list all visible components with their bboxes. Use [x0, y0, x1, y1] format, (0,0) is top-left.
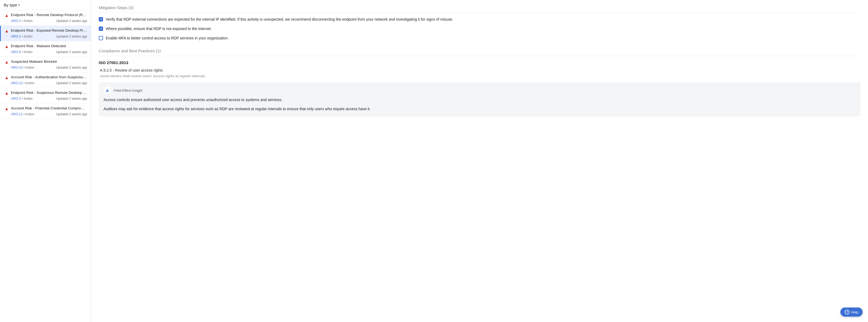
mitigation-checkbox[interactable]	[99, 17, 103, 22]
item-title: Account Risk - Potential Credential Comp…	[11, 106, 87, 110]
list-item[interactable]: ▲ Account Risk - Authentication from Sus…	[0, 72, 91, 88]
item-title: Endpoint Risk - Malware Detected	[11, 44, 87, 48]
mitigation-item: Enable MFA to better control access to R…	[99, 35, 861, 41]
filter-bar[interactable]: By type ▾	[0, 0, 91, 10]
item-meta: ARO-1 • Action Updated 2 weeks ago	[5, 35, 87, 38]
compliance-header: Compliance and Best Practices (1)	[99, 49, 861, 56]
mitigation-text: Verify that RDP external connections are…	[106, 17, 453, 22]
list-item[interactable]: ▲ Endpoint Risk - Suspicious Remote Desk…	[0, 88, 91, 103]
warning-icon: ▲	[5, 13, 9, 18]
item-updated: Updated 2 weeks ago	[56, 19, 87, 23]
warning-icon: ▲	[5, 91, 9, 96]
insight-paragraphs: Access controls ensure authorized user a…	[103, 97, 856, 112]
mitigation-text: Where possible, ensure that RDP is not e…	[106, 26, 212, 32]
list-item[interactable]: ▲ Endpoint Risk - Malware Detected ARO-8…	[0, 41, 91, 57]
insight-box: Field Effect Insight Access controls ens…	[99, 82, 861, 116]
item-title: Endpoint Risk - Exposed Remote Desktop P…	[11, 28, 87, 32]
item-tag: ARO-8 • Action	[11, 50, 32, 54]
mitigation-text: Enable MFA to better control access to R…	[106, 35, 228, 41]
item-tag: ARO-12 • Action	[11, 81, 34, 85]
item-tag-link: ARO-3	[11, 97, 21, 101]
item-title: Account Risk - Authentication from Suspi…	[11, 75, 87, 79]
mitigation-header: Mitigation Steps (3)	[99, 5, 861, 13]
warning-icon: ▲	[5, 75, 9, 80]
item-updated: Updated 2 weeks ago	[56, 35, 87, 38]
warning-icon: ▲	[5, 60, 9, 65]
insight-paragraph: Access controls ensure authorized user a…	[103, 97, 856, 103]
mitigation-checkbox[interactable]	[99, 36, 103, 40]
list-item[interactable]: ▲ Endpoint Risk - Exposed Remote Desktop…	[0, 26, 91, 41]
item-updated: Updated 2 weeks ago	[56, 50, 87, 54]
item-meta: ARO-14 • Action Updated 2 weeks ago	[5, 66, 87, 69]
item-title: Endpoint Risk - Remote Desktop Protocol …	[11, 13, 87, 17]
iso-title: ISO 27001:2013	[99, 60, 861, 65]
chevron-down-icon: ▾	[18, 3, 20, 7]
warning-icon: ▲	[5, 44, 9, 49]
item-tag-link: ARO-2	[11, 19, 21, 23]
help-label: Help	[851, 310, 858, 314]
item-tag: ARO-14 • Action	[11, 66, 34, 69]
item-title-row: ▲ Endpoint Risk - Malware Detected	[5, 44, 87, 49]
iso-description: Asset owners shall review users' access …	[99, 74, 861, 78]
item-title: Endpoint Risk - Suspicious Remote Deskto…	[11, 91, 87, 95]
mitigation-item: Verify that RDP external connections are…	[99, 17, 861, 22]
insight-label: Field Effect Insight	[114, 89, 143, 93]
insight-paragraph: Auditors may ask for evidence that acces…	[103, 106, 856, 112]
help-button[interactable]: ? Help	[840, 308, 863, 317]
item-updated: Updated 2 weeks ago	[56, 81, 87, 85]
item-tag-link: ARO-14	[11, 66, 23, 69]
item-updated: Updated 2 weeks ago	[56, 97, 87, 101]
filter-label: By type	[4, 3, 17, 7]
mitigation-item: Where possible, ensure that RDP is not e…	[99, 26, 861, 32]
insight-header: Field Effect Insight	[103, 87, 856, 94]
warning-icon: ▲	[5, 29, 9, 34]
item-title-row: ▲ Endpoint Risk - Suspicious Remote Desk…	[5, 91, 87, 96]
field-effect-logo	[103, 87, 111, 94]
item-meta: ARO-3 • Action Updated 2 weeks ago	[5, 97, 87, 101]
iso-rule: A.9.2.5 - Review of user access rights	[99, 68, 861, 72]
help-circle-icon: ?	[845, 310, 849, 315]
item-meta: ARO-8 • Action Updated 2 weeks ago	[5, 50, 87, 54]
left-panel: By type ▾ ▲ Endpoint Risk - Remote Deskt…	[0, 0, 91, 322]
item-meta: ARO-12 • Action Updated 2 weeks ago	[5, 81, 87, 85]
item-tag-link: ARO-1	[11, 35, 21, 38]
item-tag-link: ARO-11	[11, 112, 23, 116]
item-tag: ARO-1 • Action	[11, 35, 32, 38]
item-title-row: ▲ Suspected Malware Blocked	[5, 60, 87, 65]
item-tag-link: ARO-12	[11, 81, 23, 85]
item-tag-link: ARO-8	[11, 50, 21, 54]
right-panel: Mitigation Steps (3) Verify that RDP ext…	[91, 0, 868, 322]
item-tag: ARO-2 • Action	[11, 19, 32, 23]
list-item[interactable]: ▲ Account Risk - Potential Credential Co…	[0, 103, 91, 119]
item-title-row: ▲ Endpoint Risk - Exposed Remote Desktop…	[5, 28, 87, 34]
item-tag: ARO-3 • Action	[11, 97, 32, 101]
item-updated: Updated 2 weeks ago	[56, 66, 87, 69]
warning-icon: ▲	[5, 106, 9, 111]
item-tag: ARO-11 • Action	[11, 112, 34, 116]
item-meta: ARO-2 • Action Updated 2 weeks ago	[5, 19, 87, 23]
mitigation-checkbox[interactable]	[99, 27, 103, 31]
list-item[interactable]: ▲ Endpoint Risk - Remote Desktop Protoco…	[0, 10, 91, 26]
list-container: ▲ Endpoint Risk - Remote Desktop Protoco…	[0, 10, 91, 322]
item-updated: Updated 2 weeks ago	[56, 112, 87, 116]
list-item[interactable]: ▲ Suspected Malware Blocked ARO-14 • Act…	[0, 57, 91, 72]
item-meta: ARO-11 • Action Updated 2 weeks ago	[5, 112, 87, 116]
item-title-row: ▲ Endpoint Risk - Remote Desktop Protoco…	[5, 13, 87, 18]
item-title: Suspected Malware Blocked	[11, 60, 87, 64]
item-title-row: ▲ Account Risk - Potential Credential Co…	[5, 106, 87, 111]
mitigation-list: Verify that RDP external connections are…	[99, 17, 861, 41]
item-title-row: ▲ Account Risk - Authentication from Sus…	[5, 75, 87, 80]
compliance-section: Compliance and Best Practices (1) ISO 27…	[99, 49, 861, 116]
